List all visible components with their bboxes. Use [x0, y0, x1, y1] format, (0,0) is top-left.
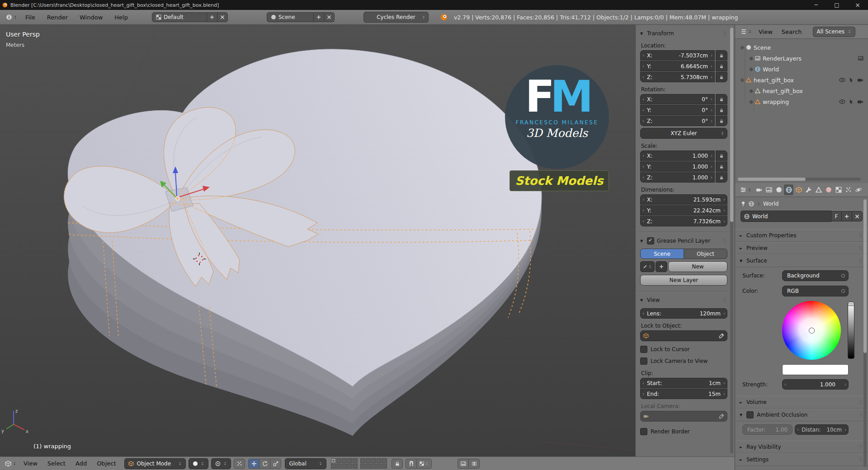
expand-toggle[interactable] — [748, 56, 755, 61]
dimensions-x-field[interactable]: X:21.593cm — [640, 194, 727, 205]
value-slider[interactable] — [848, 302, 854, 359]
menu-add[interactable]: Add — [71, 460, 92, 467]
decrement-arrow[interactable] — [642, 162, 644, 171]
layer-cell[interactable] — [366, 458, 371, 463]
camera-render-icon[interactable] — [857, 77, 863, 83]
decrement-arrow[interactable] — [642, 309, 644, 318]
increment-arrow[interactable] — [711, 51, 712, 60]
lock-icon[interactable] — [716, 72, 727, 82]
increment-arrow[interactable] — [723, 206, 725, 215]
grease-pencil-checkbox[interactable] — [647, 237, 654, 244]
layer-cell[interactable] — [382, 458, 387, 463]
color-wheel-marker[interactable] — [809, 328, 814, 333]
increment-arrow[interactable] — [711, 105, 712, 115]
panel-drag-dots-icon[interactable] — [858, 444, 863, 450]
lock-icon[interactable] — [716, 172, 727, 183]
snap-element-dropdown[interactable] — [416, 459, 432, 469]
scale-y-field[interactable]: Y:1.000 — [640, 161, 715, 172]
outliner-row-scene[interactable]: Scene — [735, 42, 868, 53]
clip-start-field[interactable]: Start:1cm — [640, 378, 727, 388]
decrement-arrow[interactable] — [642, 378, 644, 388]
unlink-world-button[interactable] — [852, 211, 863, 221]
increment-arrow[interactable] — [711, 116, 712, 126]
decrement-arrow[interactable] — [642, 51, 644, 60]
panel-ray-visibility[interactable]: Ray Visibility — [735, 441, 868, 453]
outliner-row-heart-gift-box-data[interactable]: heart_gift_box — [735, 85, 868, 96]
screen-layout-field[interactable]: Default — [152, 12, 207, 22]
add-scene-button[interactable] — [313, 12, 324, 22]
layer-cell[interactable] — [342, 458, 347, 463]
collapse-triangle-icon[interactable] — [740, 445, 744, 449]
layer-cell[interactable] — [353, 458, 358, 463]
decrement-arrow[interactable] — [642, 195, 644, 204]
lock-icon[interactable] — [716, 50, 727, 61]
increment-arrow[interactable] — [723, 195, 725, 204]
fake-user-button[interactable]: F — [831, 211, 842, 221]
titlebar[interactable]: Blender [C:\Users\franc\Desktop\closed_h… — [0, 0, 868, 10]
new-layer-button[interactable]: New Layer — [640, 275, 727, 286]
pivot-align-toggle[interactable] — [234, 459, 245, 469]
ambient-occlusion-checkbox[interactable] — [746, 411, 754, 418]
lock-object-field[interactable] — [640, 330, 727, 341]
tab-physics[interactable] — [854, 184, 863, 195]
increment-arrow[interactable] — [711, 72, 712, 82]
cursor-select-icon[interactable] — [849, 77, 854, 83]
dimensions-y-field[interactable]: Y:22.242cm — [640, 205, 727, 216]
location-z-field[interactable]: Z:5.7308cm — [640, 72, 715, 82]
current-color-swatch[interactable] — [782, 364, 849, 375]
pivot-point-dropdown[interactable] — [211, 458, 231, 469]
lock-camera-checkbox[interactable] — [640, 357, 647, 365]
collapse-triangle-icon[interactable] — [740, 234, 744, 238]
mode-dropdown[interactable]: Object Mode — [124, 458, 186, 469]
outliner-row-heart-gift-box-object[interactable]: heart_gift_box — [735, 75, 868, 85]
delete-scene-button[interactable] — [324, 12, 335, 22]
add-world-button[interactable] — [841, 211, 852, 221]
panel-custom-properties[interactable]: Custom Properties — [735, 229, 868, 242]
location-y-field[interactable]: Y:6.6645cm — [640, 61, 715, 71]
outliner-row-world[interactable]: World — [735, 64, 868, 75]
lock-icon[interactable] — [716, 94, 727, 104]
layer-cell[interactable] — [336, 458, 341, 463]
increment-arrow[interactable] — [723, 389, 725, 399]
decrement-arrow[interactable] — [642, 206, 644, 215]
rotation-z-field[interactable]: Z:0° — [640, 116, 715, 126]
tab-world[interactable] — [784, 184, 793, 195]
location-x-field[interactable]: X:-7.5037cm — [640, 50, 715, 61]
menu-render[interactable]: Render — [41, 10, 74, 24]
increment-arrow[interactable] — [844, 380, 846, 389]
layer-grid-1[interactable] — [331, 458, 358, 469]
lens-field[interactable]: Lens: 120mm — [640, 308, 727, 319]
snap-toggle[interactable] — [406, 459, 417, 469]
outliner-menu-search[interactable]: Search — [777, 28, 807, 35]
render-engine-dropdown[interactable]: Cycles Render — [363, 12, 429, 23]
panel-drag-dots-icon[interactable] — [858, 400, 863, 405]
transform-orientation-dropdown[interactable]: Global — [285, 458, 326, 469]
layer-cell[interactable] — [360, 458, 365, 463]
tab-scene[interactable]: Scene — [640, 249, 684, 259]
draw-tool-dropdown[interactable] — [640, 261, 655, 272]
editor-type-selector[interactable] — [4, 13, 19, 21]
lock-to-cursor-checkbox[interactable] — [640, 346, 647, 353]
collapse-triangle-icon[interactable] — [640, 298, 645, 302]
layer-cell[interactable] — [371, 458, 376, 463]
viewport-shading-dropdown[interactable] — [189, 458, 208, 469]
panel-drag-dots-icon[interactable] — [858, 233, 863, 238]
lock-icon[interactable] — [716, 61, 727, 71]
lock-icon[interactable] — [716, 161, 727, 172]
collapse-triangle-icon[interactable] — [740, 400, 744, 404]
scrollbar[interactable] — [730, 28, 733, 453]
menu-help[interactable]: Help — [108, 10, 134, 24]
close-button[interactable]: × — [847, 0, 868, 10]
lock-icon[interactable] — [716, 116, 727, 126]
camera-render-icon[interactable] — [857, 99, 863, 105]
scene-field[interactable]: Scene — [267, 12, 314, 22]
layer-grid-2[interactable] — [360, 458, 387, 469]
panel-volume[interactable]: Volume — [735, 396, 868, 409]
opengl-render-still-button[interactable] — [458, 459, 469, 469]
tab-scene[interactable] — [774, 184, 783, 195]
tab-render-layers[interactable] — [764, 184, 774, 195]
tab-modifiers[interactable] — [804, 184, 813, 195]
eye-icon[interactable] — [839, 99, 845, 105]
tab-render[interactable] — [754, 184, 764, 195]
lock-icon[interactable] — [716, 105, 727, 115]
